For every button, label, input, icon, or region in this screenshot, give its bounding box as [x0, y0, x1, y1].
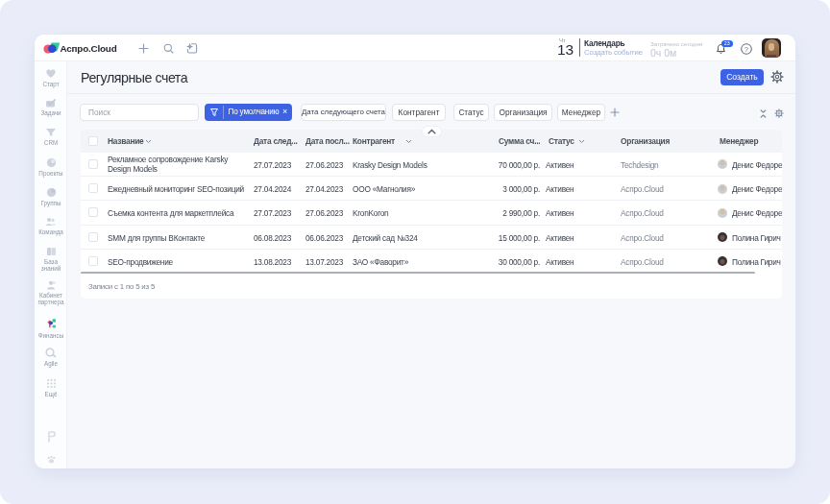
svg-text:?: ? [745, 46, 748, 53]
